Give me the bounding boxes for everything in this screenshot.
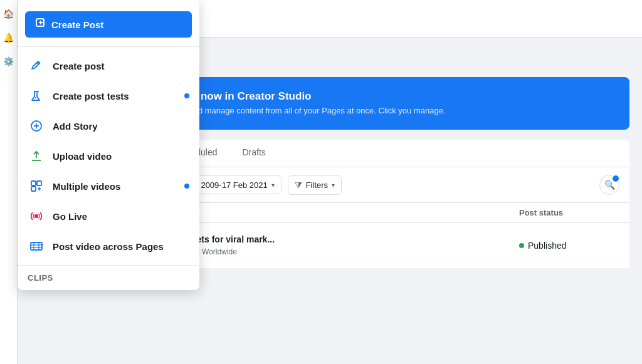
- film-svg: [29, 239, 43, 253]
- menu-item-multiple-videos[interactable]: Multiple videos: [18, 171, 199, 201]
- filters-chevron: ▾: [332, 182, 335, 189]
- upload-video-label: Upload video: [53, 151, 189, 162]
- plus-circle-icon: [28, 117, 45, 135]
- svg-rect-22: [31, 187, 36, 191]
- multiple-videos-label: Multiple videos: [53, 181, 177, 192]
- svg-point-14: [35, 97, 36, 98]
- svg-line-12: [37, 63, 39, 65]
- search-button[interactable]: 🔍: [599, 175, 619, 195]
- menu-divider-2: [18, 265, 199, 266]
- menu-item-add-story[interactable]: Add Story: [18, 111, 199, 141]
- menu-item-upload-video[interactable]: Upload video: [18, 141, 199, 171]
- upload-svg: [29, 149, 43, 163]
- clips-section-label: Clips: [18, 269, 199, 285]
- filters-label: Filters: [306, 180, 328, 190]
- upload-icon: [28, 147, 45, 165]
- filter-icon: ⧩: [295, 180, 302, 190]
- grid-plus-svg: [29, 179, 43, 193]
- live-svg: [29, 209, 43, 223]
- plus-circle-svg: [29, 119, 43, 133]
- menu-item-create-post[interactable]: Create post: [18, 51, 199, 81]
- create-post-btn-area: Create Post: [18, 5, 199, 43]
- create-post-dropdown: Create Post Create post Create post test…: [18, 0, 199, 290]
- svg-rect-20: [31, 181, 36, 185]
- status-dot: [519, 243, 524, 248]
- status-label: Published: [528, 241, 567, 251]
- post-status-cell: Published: [519, 241, 619, 251]
- svg-point-25: [34, 214, 38, 218]
- svg-rect-21: [37, 181, 41, 185]
- sidebar-settings-icon[interactable]: ⚙️: [3, 55, 15, 68]
- filters-button[interactable]: ⧩ Filters ▾: [288, 175, 342, 195]
- table-col-status: Post status: [519, 208, 619, 217]
- menu-item-go-live[interactable]: Go Live: [18, 201, 199, 231]
- menu-item-create-post-tests[interactable]: Create post tests: [18, 81, 199, 111]
- status-badge: Published: [519, 241, 619, 251]
- create-post-icon: [28, 57, 45, 75]
- date-chevron: ▾: [271, 182, 275, 189]
- create-post-button[interactable]: Create Post: [25, 11, 192, 38]
- edit-icon: [29, 59, 43, 73]
- menu-item-post-video-across-pages[interactable]: Post video across Pages: [18, 231, 199, 261]
- sidebar-home-icon[interactable]: 🏠: [3, 8, 15, 20]
- tab-drafts[interactable]: Drafts: [229, 140, 278, 167]
- svg-rect-26: [31, 242, 42, 250]
- add-story-label: Add Story: [53, 121, 189, 132]
- search-icon: 🔍: [604, 180, 615, 190]
- beaker-svg: [29, 89, 43, 103]
- sidebar-notifications-icon[interactable]: 🔔: [3, 31, 15, 44]
- edit-plus-icon: [35, 18, 46, 29]
- beaker-icon: [28, 87, 45, 105]
- create-post-btn-label: Create Post: [51, 19, 103, 30]
- grid-plus-icon: [28, 177, 45, 195]
- menu-divider-1: [18, 46, 199, 47]
- create-post-tests-dot: [184, 93, 189, 98]
- film-icon: [28, 237, 45, 255]
- post-video-across-pages-label: Post video across Pages: [53, 241, 189, 252]
- create-post-tests-label: Create post tests: [53, 91, 177, 101]
- create-post-btn-icon: [35, 18, 46, 31]
- live-icon: [28, 207, 45, 225]
- go-live-label: Go Live: [53, 211, 189, 222]
- multiple-videos-dot: [184, 184, 189, 189]
- sidebar: 🏠 🔔 ⚙️: [0, 0, 18, 364]
- create-post-label: Create post: [53, 61, 189, 71]
